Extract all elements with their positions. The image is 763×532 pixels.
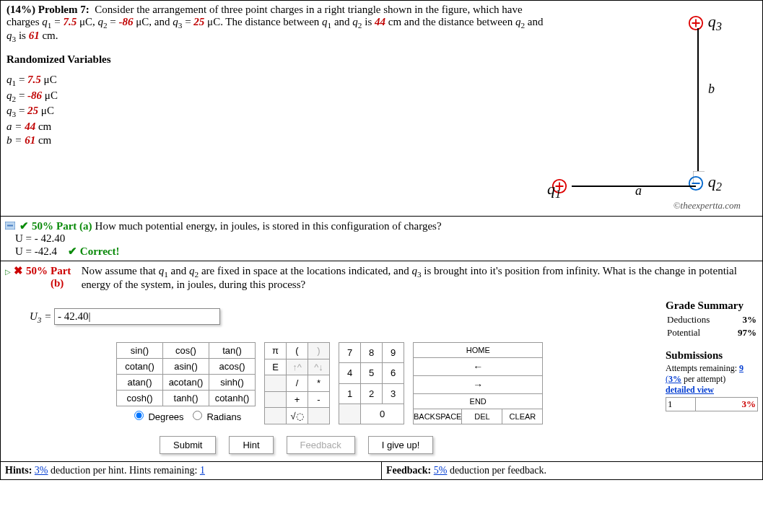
variable-a: a = 44 cm: [6, 120, 549, 134]
kp-cosh[interactable]: cosh(): [117, 391, 163, 406]
side-a-line: [572, 186, 696, 187]
incorrect-icon: ✖: [14, 264, 23, 277]
answer-input[interactable]: - 42.40|: [54, 308, 220, 325]
detailed-view-link[interactable]: detailed view: [666, 385, 758, 396]
kp-E[interactable]: E: [265, 359, 287, 375]
variable-q3: q3 = 25 μC: [6, 104, 549, 120]
grade-summary-heading: Grade Summary: [666, 300, 758, 313]
check-icon: ✔: [68, 245, 77, 257]
kp-4[interactable]: 4: [339, 363, 361, 383]
kp-blank: [265, 391, 287, 408]
kp-clear[interactable]: CLEAR: [502, 409, 543, 424]
part-a-answer-2: U = -42.4: [15, 245, 57, 257]
kp-sqrt[interactable]: √◌: [287, 408, 308, 424]
collapse-icon[interactable]: [5, 222, 15, 230]
radians-radio[interactable]: Radians: [189, 411, 241, 422]
kp-mul[interactable]: *: [308, 375, 330, 392]
problem-label: Problem 7:: [38, 4, 90, 15]
degrees-radio[interactable]: Degrees: [131, 411, 184, 422]
kp-acotan[interactable]: acotan(): [163, 375, 209, 391]
kp-backspace[interactable]: BACKSPACE: [414, 409, 462, 424]
kp-3[interactable]: 3: [383, 383, 404, 404]
kp-blank: [339, 404, 361, 424]
kp-down: ^↓: [308, 359, 330, 375]
kp-home[interactable]: HOME: [414, 343, 543, 358]
submissions-heading: Submissions: [666, 349, 758, 363]
kp-9[interactable]: 9: [383, 343, 404, 363]
variable-b: b = 61 cm: [6, 134, 549, 148]
part-a-answer-1: U = - 42.40: [5, 232, 758, 245]
kp-tanh[interactable]: tanh(): [163, 391, 209, 406]
problem-weight: (14%): [6, 4, 35, 15]
kp-0[interactable]: 0: [361, 404, 404, 424]
kp-pi[interactable]: π: [265, 343, 287, 359]
kp-asin[interactable]: asin(): [163, 359, 209, 375]
expand-icon[interactable]: ▷: [5, 268, 11, 276]
answer-var-label: U3 =: [30, 310, 54, 322]
kp-cotanh[interactable]: cotanh(): [209, 391, 256, 406]
kp-minus[interactable]: -: [308, 391, 330, 408]
kp-6[interactable]: 6: [383, 363, 404, 383]
kp-sin[interactable]: sin(): [117, 343, 163, 359]
side-b-line: [697, 28, 699, 171]
figure-copyright: ©theexpertta.com: [554, 199, 748, 214]
deductions-label: Deductions: [666, 313, 728, 326]
potential-label: Potential: [666, 326, 728, 339]
kp-5[interactable]: 5: [361, 363, 383, 383]
variable-q1: q1 = 7.5 μC: [6, 73, 549, 89]
kp-up: ↑^: [287, 359, 308, 375]
kp-1[interactable]: 1: [339, 383, 361, 404]
check-icon: ✔: [19, 219, 29, 232]
math-keypad: sin()cos()tan() cotan()asin()acos() atan…: [1, 331, 661, 432]
part-a-title: Part (a): [56, 220, 92, 232]
part-a-weight: 50%: [32, 220, 53, 232]
part-a-question: How much potential energy, in joules, is…: [95, 220, 442, 232]
attempts-remaining-link[interactable]: 9: [739, 363, 744, 373]
hints-info: Hints: 3% deduction per hint. Hints rema…: [1, 462, 382, 479]
kp-cotan[interactable]: cotan(): [117, 359, 163, 375]
submission-1-label: 1: [666, 398, 696, 411]
kp-blank: [308, 408, 330, 424]
kp-7[interactable]: 7: [339, 343, 361, 363]
feedback-button: Feedback: [287, 436, 355, 454]
variable-q2: q2 = -86 μC: [6, 89, 549, 105]
correct-label: Correct!: [80, 245, 120, 257]
kp-end[interactable]: END: [414, 394, 543, 409]
hint-button[interactable]: Hint: [229, 436, 273, 454]
kp-blank: [265, 375, 287, 392]
kp-lparen[interactable]: (: [287, 343, 308, 359]
positive-charge-icon: [688, 15, 704, 31]
kp-div[interactable]: /: [287, 375, 308, 392]
part-b-title: Part (b): [51, 265, 79, 289]
submit-button[interactable]: Submit: [160, 436, 216, 454]
kp-sinh[interactable]: sinh(): [209, 375, 256, 391]
per-attempt-note: (3% per attempt): [666, 374, 758, 385]
negative-charge-icon: [688, 175, 704, 191]
side-b-label: b: [708, 82, 715, 97]
triangle-figure: q3 b q2 a q1: [554, 4, 748, 199]
kp-2[interactable]: 2: [361, 383, 383, 404]
kp-rparen: ): [308, 343, 330, 359]
deductions-value: 3%: [728, 313, 758, 326]
kp-cos[interactable]: cos(): [163, 343, 209, 359]
kp-blank: [265, 408, 287, 424]
part-a-block: ✔ 50% Part (a) How much potential energy…: [1, 216, 762, 261]
side-a-label: a: [635, 183, 642, 199]
kp-atan[interactable]: atan(): [117, 375, 163, 391]
kp-acos[interactable]: acos(): [209, 359, 256, 375]
potential-value: 97%: [728, 326, 758, 339]
kp-right[interactable]: →: [414, 376, 543, 394]
randomized-variables-heading: Randomized Variables: [6, 43, 554, 70]
kp-del[interactable]: DEL: [462, 409, 502, 424]
kp-plus[interactable]: +: [287, 391, 308, 408]
part-b-weight: 50%: [26, 265, 48, 277]
giveup-button[interactable]: I give up!: [368, 436, 434, 454]
kp-8[interactable]: 8: [361, 343, 383, 363]
kp-tan[interactable]: tan(): [209, 343, 256, 359]
feedback-info: Feedback: 5% deduction per feedback.: [382, 462, 762, 479]
submission-1-value: 3%: [695, 398, 757, 411]
kp-left[interactable]: ←: [414, 357, 543, 375]
